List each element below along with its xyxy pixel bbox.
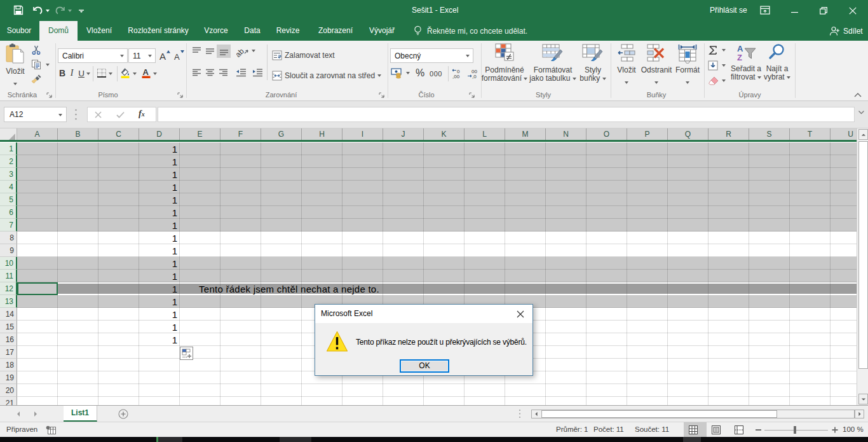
font-color-dropdown-icon[interactable] bbox=[153, 73, 157, 75]
increase-font-button[interactable]: A bbox=[158, 48, 171, 62]
row-header-8[interactable]: 8 bbox=[0, 231, 17, 244]
accounting-dropdown-icon[interactable] bbox=[406, 72, 410, 74]
bold-button[interactable]: B bbox=[58, 67, 67, 79]
horizontal-scroll-thumb[interactable] bbox=[541, 410, 777, 418]
format-as-table-button[interactable]: Formátovat jako tabulku bbox=[527, 43, 578, 83]
new-sheet-button[interactable] bbox=[118, 409, 128, 419]
row-header-21[interactable]: 21 bbox=[0, 397, 17, 405]
number-launcher-icon[interactable] bbox=[468, 92, 476, 99]
prev-sheet-icon[interactable] bbox=[15, 411, 22, 417]
row-header-7[interactable]: 7 bbox=[0, 219, 17, 231]
active-cell-A12[interactable] bbox=[17, 282, 58, 295]
accounting-format-button[interactable] bbox=[390, 67, 404, 79]
row-header-20[interactable]: 20 bbox=[0, 384, 17, 397]
row-header-16[interactable]: 16 bbox=[0, 333, 17, 346]
status-zoom-level[interactable]: 100 % bbox=[843, 422, 864, 438]
borders-dropdown-icon[interactable] bbox=[109, 73, 112, 75]
expand-formula-bar-icon[interactable] bbox=[858, 110, 865, 115]
row-header-6[interactable]: 6 bbox=[0, 206, 17, 219]
qat-customize-button[interactable] bbox=[78, 6, 85, 18]
delete-cells-button[interactable]: Odstranit bbox=[640, 43, 673, 88]
clear-button[interactable] bbox=[707, 75, 719, 86]
maximize-button[interactable] bbox=[810, 0, 837, 21]
column-header-L[interactable]: L bbox=[465, 128, 505, 140]
ribbon-tab-vloen[interactable]: Vložení bbox=[84, 21, 114, 41]
name-box-dropdown-icon[interactable] bbox=[58, 114, 62, 116]
ribbon-tab-rozloenstrnky[interactable]: Rozložení stránky bbox=[126, 21, 191, 41]
column-header-E[interactable]: E bbox=[180, 128, 220, 140]
copy-dropdown-icon[interactable] bbox=[46, 64, 50, 66]
close-window-button[interactable] bbox=[839, 0, 866, 21]
align-middle-button[interactable] bbox=[205, 46, 215, 57]
column-header-J[interactable]: J bbox=[383, 128, 424, 140]
sign-in-link[interactable]: Přihlásit se bbox=[710, 0, 747, 21]
ok-button[interactable]: OK bbox=[400, 359, 449, 373]
align-right-button[interactable] bbox=[218, 67, 229, 78]
row-header-9[interactable]: 9 bbox=[0, 244, 17, 257]
fill-color-button[interactable] bbox=[119, 67, 131, 79]
collapse-ribbon-icon[interactable] bbox=[853, 92, 862, 99]
row-header-12[interactable]: 12 bbox=[0, 282, 17, 295]
align-left-button[interactable] bbox=[191, 67, 202, 78]
font-size-combo[interactable]: 11 bbox=[128, 48, 156, 63]
insert-options-button[interactable] bbox=[180, 347, 193, 360]
taskbar-tray-item[interactable] bbox=[683, 437, 701, 442]
save-button[interactable] bbox=[13, 5, 24, 18]
clear-dropdown-icon[interactable] bbox=[722, 79, 726, 82]
taskbar-button-1[interactable] bbox=[158, 437, 182, 442]
ribbon-tab-soubor[interactable]: Soubor bbox=[5, 21, 33, 41]
horizontal-scrollbar[interactable] bbox=[531, 410, 855, 418]
insert-function-icon[interactable]: fx bbox=[139, 109, 145, 119]
row-header-2[interactable]: 2 bbox=[0, 155, 17, 168]
row-header-5[interactable]: 5 bbox=[0, 193, 17, 206]
ribbon-tab-dom[interactable]: Domů bbox=[39, 21, 78, 41]
number-format-combo[interactable]: Obecný bbox=[390, 48, 473, 63]
column-header-G[interactable]: G bbox=[261, 128, 302, 140]
next-sheet-icon[interactable] bbox=[32, 411, 39, 417]
row-header-18[interactable]: 18 bbox=[0, 359, 17, 371]
insert-cells-button[interactable]: Vložit bbox=[613, 43, 640, 88]
view-layout-button[interactable] bbox=[707, 422, 729, 438]
formula-bar-splitter[interactable] bbox=[74, 109, 78, 120]
sheet-tab-list1[interactable]: List1 bbox=[64, 406, 97, 422]
column-header-M[interactable]: M bbox=[505, 128, 546, 140]
font-color-button[interactable]: A bbox=[140, 67, 152, 79]
column-header-B[interactable]: B bbox=[58, 128, 98, 140]
column-header-P[interactable]: P bbox=[627, 128, 668, 140]
view-pagebreak-button[interactable] bbox=[729, 422, 752, 438]
decrease-indent-button[interactable] bbox=[234, 67, 247, 78]
column-header-R[interactable]: R bbox=[709, 128, 749, 140]
row-header-13[interactable]: 13 bbox=[0, 295, 17, 308]
grid-row-20[interactable] bbox=[17, 384, 857, 397]
row-header-11[interactable]: 11 bbox=[0, 270, 17, 282]
macro-record-icon[interactable] bbox=[46, 425, 56, 434]
redo-dropdown-icon[interactable] bbox=[68, 10, 72, 12]
zoom-slider-track[interactable] bbox=[764, 430, 828, 431]
ribbon-tab-data[interactable]: Data bbox=[241, 21, 263, 41]
column-header-A[interactable]: A bbox=[17, 128, 58, 140]
column-header-K[interactable]: K bbox=[424, 128, 465, 140]
row-header-4[interactable]: 4 bbox=[0, 181, 17, 193]
redo-button[interactable] bbox=[55, 5, 66, 18]
row-header-14[interactable]: 14 bbox=[0, 308, 17, 321]
align-center-button[interactable] bbox=[205, 67, 215, 78]
percent-style-button[interactable]: % bbox=[414, 67, 426, 79]
share-button[interactable]: Sdílet bbox=[829, 21, 863, 41]
increase-decimal-button[interactable]: 0 ,00 bbox=[451, 67, 465, 79]
ribbon-tab-vvoj[interactable]: Vývojář bbox=[365, 21, 399, 41]
alignment-launcher-icon[interactable] bbox=[378, 92, 386, 99]
format-painter-button[interactable] bbox=[31, 73, 42, 84]
ribbon-tab-revize[interactable]: Revize bbox=[272, 21, 304, 41]
zoom-out-button[interactable] bbox=[756, 429, 761, 431]
format-cells-button[interactable]: Formát bbox=[673, 43, 702, 88]
increase-indent-button[interactable] bbox=[251, 67, 264, 78]
merge-center-dropdown-icon[interactable] bbox=[377, 74, 381, 77]
undo-dropdown-icon[interactable] bbox=[46, 10, 50, 12]
ribbon-tab-zobrazen[interactable]: Zobrazení bbox=[313, 21, 358, 41]
decrease-font-button[interactable]: A bbox=[172, 48, 185, 62]
vertical-scrollbar[interactable] bbox=[857, 128, 868, 405]
find-select-button[interactable]: Najít a vybrat bbox=[761, 43, 794, 81]
name-box[interactable]: A12 bbox=[4, 107, 67, 122]
copy-button[interactable] bbox=[31, 59, 42, 70]
cancel-entry-icon[interactable] bbox=[95, 111, 102, 118]
